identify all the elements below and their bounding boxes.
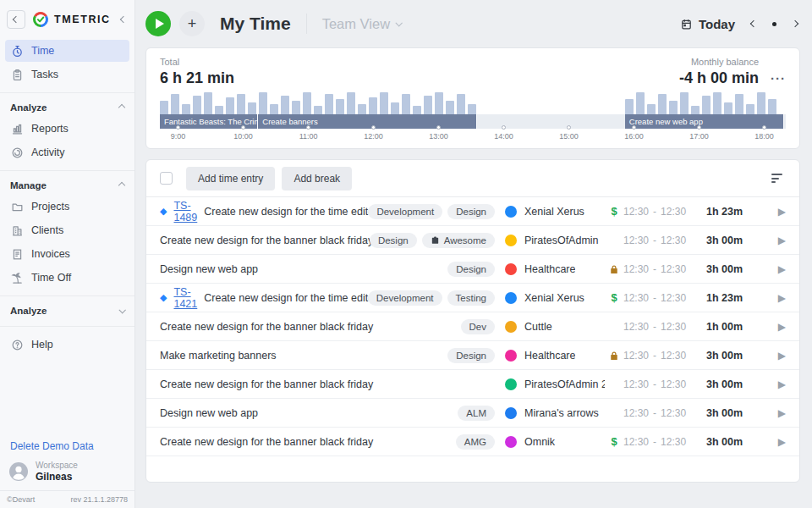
row-play-button[interactable]: ▶ xyxy=(760,407,786,419)
tag-pill[interactable]: AMG xyxy=(456,434,495,450)
billable-icon: $ xyxy=(605,291,623,304)
tag-pill[interactable]: ALM xyxy=(458,406,495,421)
time-range[interactable]: 12:30-12:30 xyxy=(623,206,701,218)
sidebar-item-label: Help xyxy=(31,339,53,351)
time-entry-row[interactable]: ◆TS-1421Create new design for the time e… xyxy=(146,284,799,312)
tag-pill[interactable]: Development xyxy=(368,290,442,306)
hour-label: 14:00 xyxy=(494,132,513,141)
hour-tick-icon xyxy=(241,125,245,130)
issue-link[interactable]: TS-1421 xyxy=(173,286,197,310)
row-play-button[interactable]: ▶ xyxy=(760,436,786,448)
tag-pill[interactable]: Awesome xyxy=(422,233,495,248)
row-play-button[interactable]: ▶ xyxy=(760,292,786,304)
entry-main: Create new design for the banner black f… xyxy=(160,378,373,390)
tag-pill[interactable]: Testing xyxy=(447,290,495,306)
time-range[interactable]: 12:30-12:30 xyxy=(623,407,701,419)
add-time-entry-button[interactable]: Add time entry xyxy=(186,167,275,190)
team-view-switcher[interactable]: Team View xyxy=(322,16,401,32)
sort-button[interactable] xyxy=(768,170,786,186)
start-timer-button[interactable] xyxy=(145,11,171,36)
activity-bar xyxy=(658,94,667,114)
current-day-dot[interactable] xyxy=(772,22,776,26)
timeline-task-segment[interactable]: Create banners xyxy=(258,114,477,129)
sidebar-collapse-button[interactable] xyxy=(118,14,129,25)
time-entry-row[interactable]: Create new design for the banner black f… xyxy=(146,370,799,399)
time-entry-row[interactable]: Create new design for the banner black f… xyxy=(146,428,799,456)
select-all-checkbox[interactable] xyxy=(160,172,173,185)
project-cell[interactable]: Omnik xyxy=(505,436,605,448)
prev-day-button[interactable] xyxy=(749,19,759,29)
sidebar-item-invoices[interactable]: Invoices xyxy=(5,243,129,265)
chevron-right-icon xyxy=(792,20,798,27)
row-play-button[interactable]: ▶ xyxy=(760,206,786,218)
help-icon xyxy=(10,338,24,351)
time-entry-row[interactable]: Design new web appALMMirana's arrows12:3… xyxy=(146,399,799,428)
project-cell[interactable]: Mirana's arrows xyxy=(505,407,605,419)
time-range[interactable]: 12:30-12:30 xyxy=(623,378,701,390)
project-cell[interactable]: Xenial Xerus xyxy=(505,292,605,304)
app-window: TMETRIC Time Tasks Analyze Reports xyxy=(0,0,812,508)
activity-bar xyxy=(215,106,223,114)
project-name: Omnik xyxy=(524,436,555,448)
row-play-button[interactable]: ▶ xyxy=(760,350,786,362)
time-entry-row[interactable]: Make marketing bannersDesignHealthcare12… xyxy=(146,341,799,370)
time-range[interactable]: 12:30-12:30 xyxy=(623,321,701,333)
sidebar-item-activity[interactable]: Activity xyxy=(5,141,129,163)
sidebar-item-reports[interactable]: Reports xyxy=(5,118,129,140)
section-header-manage[interactable]: Manage xyxy=(0,177,134,195)
sidebar-item-clients[interactable]: Clients xyxy=(5,219,129,241)
today-button[interactable]: Today xyxy=(680,17,735,31)
project-cell[interactable]: Healthcare xyxy=(505,263,605,275)
tag-pill[interactable]: Development xyxy=(368,204,442,219)
revision: rev 21.1.1.28778 xyxy=(70,495,128,504)
lock-icon xyxy=(605,264,623,274)
activity-bar xyxy=(391,102,399,114)
time-entry-row[interactable]: Create new design for the banner black f… xyxy=(146,312,799,341)
time-range[interactable]: 12:30-12:30 xyxy=(623,235,701,246)
tag-pill[interactable]: Design xyxy=(447,348,495,363)
timeline[interactable]: Fantastic Beasts: The Crimes...Create ba… xyxy=(160,91,786,143)
sidebar-item-help[interactable]: Help xyxy=(5,334,129,356)
section-header-analyze[interactable]: Analyze xyxy=(0,99,134,117)
time-range[interactable]: 12:30-12:30 xyxy=(623,263,701,275)
time-entry-row[interactable]: ◆TS-1489Create new design for the time e… xyxy=(146,197,799,226)
activity-bar xyxy=(746,104,754,114)
tag-pill[interactable]: Dev xyxy=(461,319,495,334)
row-play-button[interactable]: ▶ xyxy=(760,235,786,246)
workspace-switcher[interactable]: Workspace Gilneas xyxy=(0,459,134,491)
issue-link[interactable]: TS-1489 xyxy=(173,200,197,224)
add-break-button[interactable]: Add break xyxy=(282,167,352,190)
sidebar-item-label: Time Off xyxy=(31,272,71,284)
sidebar-item-label: Tasks xyxy=(31,69,58,80)
time-range[interactable]: 12:30-12:30 xyxy=(623,350,701,362)
row-play-button[interactable]: ▶ xyxy=(760,321,786,333)
row-play-button[interactable]: ▶ xyxy=(760,378,786,390)
project-cell[interactable]: PiratesOfAdmin xyxy=(505,235,605,246)
time-range[interactable]: 12:30-12:30 xyxy=(623,436,701,448)
summary-menu-button[interactable]: ··· xyxy=(771,71,786,87)
tag-pill[interactable]: Design xyxy=(370,233,417,248)
project-cell[interactable]: Xenial Xerus xyxy=(505,206,605,218)
delete-demo-data-link[interactable]: Delete Demo Data xyxy=(0,437,134,459)
activity-bar xyxy=(625,99,634,114)
time-entry-row[interactable]: Create new design for the banner black f… xyxy=(146,226,799,255)
time-range[interactable]: 12:30-12:30 xyxy=(623,292,701,304)
project-cell[interactable]: PiratesOfAdmin 2 xyxy=(505,378,605,390)
row-play-button[interactable]: ▶ xyxy=(760,263,786,275)
chevron-down-icon xyxy=(118,306,125,313)
sidebar-item-tasks[interactable]: Tasks xyxy=(5,64,129,86)
time-entry-row[interactable]: Design new web appDesignHealthcare12:30-… xyxy=(146,255,799,284)
sidebar-item-time[interactable]: Time xyxy=(5,40,129,62)
hour-tick-icon xyxy=(176,125,180,130)
timeline-task-segment[interactable]: Create new web app xyxy=(625,114,785,129)
sidebar-item-time-off[interactable]: Time Off xyxy=(5,267,129,289)
tag-pill[interactable]: Design xyxy=(447,262,495,277)
sidebar-item-projects[interactable]: Projects xyxy=(5,196,129,218)
project-cell[interactable]: Healthcare xyxy=(505,350,605,362)
history-back-button[interactable] xyxy=(7,10,25,29)
section-header-analyze-2[interactable]: Analyze xyxy=(0,302,134,320)
project-cell[interactable]: Cuttle xyxy=(505,321,605,333)
add-entry-plus-button[interactable]: + xyxy=(179,11,205,36)
next-day-button[interactable] xyxy=(790,19,800,29)
tag-pill[interactable]: Design xyxy=(447,204,495,219)
